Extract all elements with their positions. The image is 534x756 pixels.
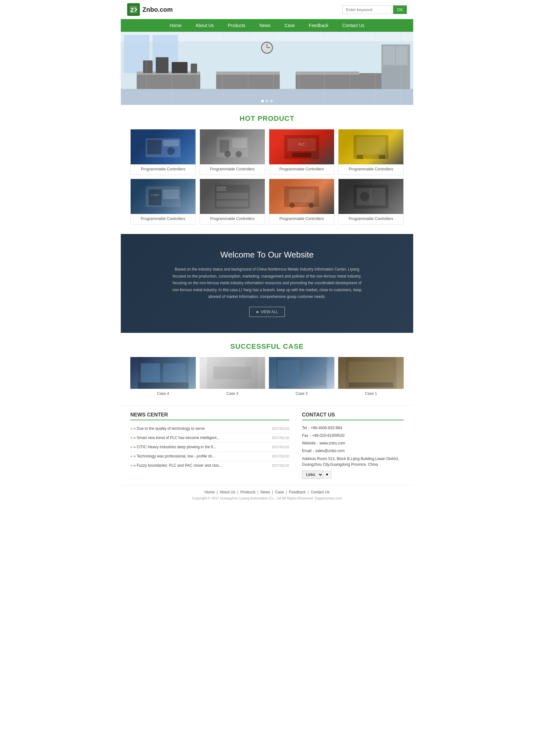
svg-rect-27: [147, 140, 161, 154]
footer-nav-products[interactable]: Products: [240, 490, 255, 494]
news-link-1[interactable]: » Due to the quality of technology to se…: [130, 426, 205, 431]
news-link-4[interactable]: » Technology was professional, low - pro…: [130, 454, 215, 458]
product-card-6[interactable]: Programmable Controllers: [200, 179, 265, 225]
svg-rect-50: [216, 186, 226, 191]
news-item-5[interactable]: » Fuzzy boundaries: PLC and PAC closer a…: [130, 461, 289, 470]
news-item-3[interactable]: » CITIC Heavy Industries deep plowing in…: [130, 443, 289, 452]
product-card-8[interactable]: Programmable Controllers: [338, 179, 404, 225]
footer-nav-home[interactable]: Home: [204, 490, 215, 494]
news-link-5[interactable]: » Fuzzy boundaries: PLC and PAC closer a…: [130, 463, 222, 468]
svg-rect-4: [121, 89, 413, 105]
logo-icon: Z: [127, 3, 140, 16]
footer-nav-case[interactable]: Case: [275, 490, 284, 494]
news-item-1[interactable]: » Due to the quality of technology to se…: [130, 424, 289, 433]
news-link-3[interactable]: » CITIC Heavy Industries deep plowing in…: [130, 445, 216, 449]
svg-rect-71: [349, 383, 393, 387]
news-item-2[interactable]: » Smart new trend of PLC has become inte…: [130, 433, 289, 443]
case-card-4[interactable]: Case 4: [130, 357, 196, 396]
news-title: NEWS CENTER: [130, 412, 289, 420]
nav-home[interactable]: Home: [163, 19, 189, 32]
product-label-8: Programmable Controllers: [338, 217, 403, 221]
product-label-2: Programmable Controllers: [200, 167, 265, 171]
svg-rect-10: [216, 71, 280, 75]
links-button[interactable]: ▼: [323, 471, 331, 478]
hot-products-section: HOT PRODUCT Programmable Controllers: [121, 105, 413, 234]
search-input[interactable]: [342, 5, 393, 14]
nav-products[interactable]: Products: [221, 19, 253, 32]
news-date-5: 2017/01/10: [272, 464, 289, 467]
news-date-3: 2017/01/10: [272, 445, 289, 449]
nav-news[interactable]: News: [253, 19, 278, 32]
product-label-4: Programmable Controllers: [338, 167, 403, 171]
product-card-2[interactable]: Programmable Controllers: [200, 129, 265, 175]
hot-products-grid: Programmable Controllers Programmable Co…: [121, 129, 413, 234]
footer-copyright: Copyright © 2017 Guangzhou Liyang Automa…: [121, 496, 413, 500]
nav-feedback[interactable]: Feedback: [302, 19, 335, 32]
product-label-7: Programmable Controllers: [269, 217, 334, 221]
news-date-4: 2017/01/10: [272, 454, 289, 458]
svg-rect-49: [216, 201, 248, 207]
case-label-2: Case 2: [269, 392, 334, 396]
svg-point-58: [360, 192, 369, 201]
news-item-4[interactable]: » Technology was professional, low - pro…: [130, 452, 289, 461]
footer-nav-feedback[interactable]: Feedback: [289, 490, 306, 494]
product-card-4[interactable]: Programmable Controllers: [338, 129, 404, 175]
svg-rect-48: [216, 193, 248, 199]
svg-rect-22: [382, 44, 410, 89]
logo-text: Znbo.com: [143, 6, 173, 14]
main-nav: Home About Us Products News Case Feedbac…: [121, 19, 413, 32]
contact-section: CONTACT US Tel：+86-4006-833-884 Fax：+86-…: [302, 412, 404, 479]
svg-rect-40: [357, 137, 385, 154]
svg-rect-64: [213, 366, 252, 379]
case-card-1[interactable]: Case 1: [338, 357, 404, 396]
product-card-5[interactable]: C-MRP Programmable Controllers: [130, 179, 196, 225]
product-label-5: Programmable Controllers: [131, 217, 196, 221]
bottom-section: NEWS CENTER » Due to the quality of tech…: [121, 405, 413, 485]
svg-rect-2: [121, 32, 413, 105]
banner-dot-2[interactable]: [266, 100, 268, 102]
hot-products-title: HOT PRODUCT: [121, 105, 413, 129]
case-card-2[interactable]: Case 2: [269, 357, 334, 396]
search-button[interactable]: OK: [393, 5, 407, 14]
welcome-section: Welcome To Our Website Based on the indu…: [121, 234, 413, 333]
svg-point-18: [261, 42, 273, 53]
product-label-6: Programmable Controllers: [200, 217, 265, 221]
banner-dot-3[interactable]: [270, 100, 273, 102]
nav-case[interactable]: Case: [278, 19, 302, 32]
footer-nav-news[interactable]: News: [260, 490, 270, 494]
svg-rect-60: [141, 364, 160, 383]
svg-rect-37: [292, 152, 311, 157]
footer-nav: Home | About Us | Products | News | Case…: [121, 490, 413, 494]
search-bar: OK: [342, 5, 407, 14]
svg-rect-32: [232, 138, 247, 148]
successful-case-section: SUCCESSFUL CASE Case 4: [121, 333, 413, 405]
svg-rect-9: [216, 73, 280, 89]
svg-rect-12: [296, 71, 359, 75]
view-all-button[interactable]: ► VIEW ALL: [249, 307, 285, 317]
svg-point-33: [225, 151, 231, 157]
footer-nav-about-us[interactable]: About Us: [220, 490, 235, 494]
svg-rect-62: [138, 383, 189, 389]
case-label-4: Case 4: [130, 392, 196, 396]
svg-rect-16: [172, 62, 188, 73]
nav-about-us[interactable]: About Us: [189, 19, 221, 32]
banner-dot-1[interactable]: [261, 100, 264, 102]
news-date-2: 2017/01/10: [272, 436, 289, 440]
product-card-3[interactable]: PLC Programmable Controllers: [269, 129, 334, 175]
product-card-7[interactable]: Programmable Controllers: [269, 179, 334, 225]
svg-point-29: [167, 147, 175, 155]
product-card-1[interactable]: Programmable Controllers: [130, 129, 196, 175]
svg-point-19: [262, 42, 272, 53]
product-label-1: Programmable Controllers: [131, 167, 196, 171]
nav-contact-us[interactable]: Contact Us: [335, 19, 371, 32]
footer-nav-contact-us[interactable]: Contact Us: [310, 490, 329, 494]
svg-point-53: [290, 203, 295, 208]
svg-point-34: [235, 151, 242, 157]
svg-rect-13: [359, 73, 410, 89]
links-select[interactable]: Links: [302, 471, 323, 479]
svg-rect-42: [379, 155, 385, 159]
news-link-2[interactable]: » Smart new trend of PLC has become inte…: [130, 436, 220, 440]
case-card-3[interactable]: Case 3: [200, 357, 265, 396]
svg-rect-65: [220, 360, 245, 366]
svg-rect-52: [289, 189, 314, 202]
